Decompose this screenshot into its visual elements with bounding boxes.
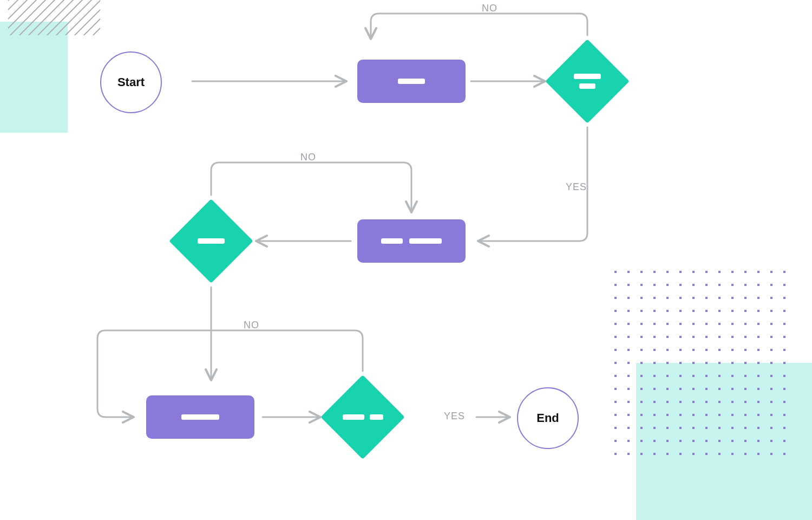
decision-content [574, 74, 601, 89]
terminator-start: Start [100, 51, 162, 113]
decision-2 [168, 198, 254, 284]
decision-1 [544, 38, 631, 125]
decor-stripes-top-left [8, 0, 100, 35]
decision-bar [343, 414, 364, 420]
terminator-end: End [517, 387, 579, 449]
decision-bar [574, 74, 601, 79]
terminator-end-label: End [536, 411, 559, 425]
process-2 [357, 219, 466, 263]
edge-label-no-1: NO [482, 3, 497, 14]
decision-bar [370, 414, 383, 420]
decision-bar [579, 83, 595, 89]
edge-label-yes-1: YES [566, 181, 587, 193]
decision-content [343, 414, 383, 420]
edge-label-no-2: NO [300, 152, 316, 163]
decor-dots-bottom-right [609, 265, 796, 466]
edge-label-no-3: NO [244, 320, 259, 331]
process-3 [146, 395, 254, 439]
decision-bar [198, 238, 225, 244]
edge-label-yes-3: YES [444, 411, 465, 422]
process-bar [181, 414, 219, 420]
process-1 [357, 60, 466, 103]
process-bar [398, 79, 425, 84]
decision-3 [319, 374, 406, 460]
decor-rectangle-top-left [0, 22, 68, 133]
process-bar [409, 238, 442, 244]
process-bar [381, 238, 403, 244]
flowchart-canvas: Start End NO YES NO NO YES [0, 0, 812, 520]
terminator-start-label: Start [117, 75, 145, 89]
decision-content [198, 238, 225, 244]
edge-decision1-no [371, 14, 587, 38]
